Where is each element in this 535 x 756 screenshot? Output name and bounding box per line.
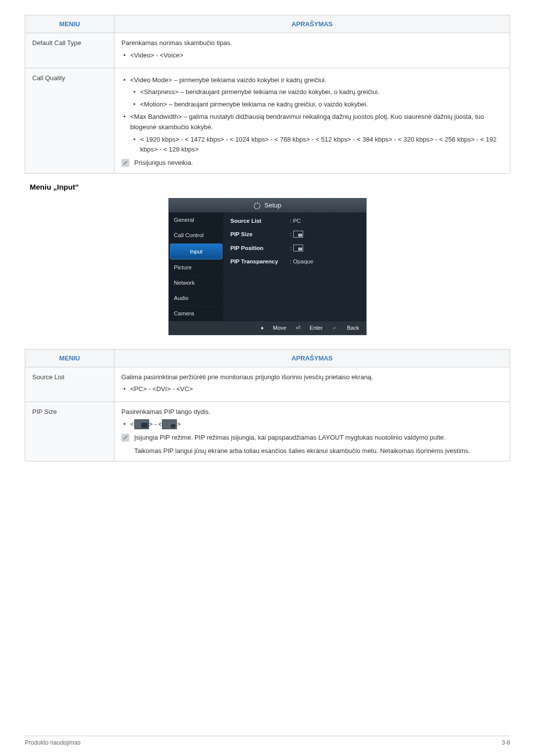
sidebar-item-audio[interactable]: Audio: [169, 291, 223, 306]
setup-row-label: PIP Transparency: [230, 258, 290, 264]
pip-large-icon: [134, 419, 149, 429]
row-desc: Parenkamas norimas skambučio tipas. <Vid…: [114, 33, 510, 68]
heading-meniu-input: Meniu „Input": [30, 183, 510, 191]
setup-titlebar: Setup: [169, 199, 366, 212]
note-icon: [121, 159, 129, 167]
pip-position-icon: [293, 245, 303, 252]
sidebar-item-camera[interactable]: Camera: [169, 306, 223, 321]
note-text: Įsijungia PIP režime. PIP režimas įsijun…: [134, 433, 470, 443]
th-aprasymas: APRAŠYMAS: [114, 15, 510, 33]
setup-row-value: :: [290, 231, 303, 238]
pip-size-icon: [293, 231, 303, 238]
footer-back: ← Back: [332, 325, 359, 331]
row-desc: <Video Mode> – pirmenybė teikiama vaizdo…: [114, 68, 510, 173]
setup-row-value: :: [290, 245, 303, 252]
row-label: Default Call Type: [25, 33, 114, 68]
table-row: Default Call Type Parenkamas norimas ska…: [25, 33, 510, 68]
setup-menu: Setup General Call Control Input Picture…: [168, 198, 367, 335]
row-label: Source List: [25, 367, 114, 402]
th-meniu: MENIU: [25, 349, 114, 367]
setup-row-pip-size[interactable]: PIP Size :: [223, 227, 366, 241]
setup-footer: ♦ Move ⏎ Enter ← Back: [169, 321, 366, 335]
table-meniu-2: MENIU APRAŠYMAS Source List Galima pasir…: [25, 349, 510, 462]
pip-small-icon: [162, 419, 177, 429]
note-row: Įsijungia PIP režime. PIP režimas įsijun…: [121, 433, 503, 456]
table-row: Source List Galima pasirinktinai peržiūr…: [25, 367, 510, 402]
bullet-item: <> - <>: [121, 419, 503, 430]
note-row: Prisijungus neveikia.: [121, 158, 503, 168]
setup-row-value: : PC: [290, 218, 301, 224]
setup-row-value: : Opaque: [290, 258, 313, 264]
note-text: Taikomas PIP langui jūsų ekrane arba tol…: [134, 446, 470, 456]
sidebar-item-input[interactable]: Input: [170, 244, 222, 259]
setup-main: Source List : PC PIP Size : PIP Position…: [223, 212, 366, 321]
row-desc: Pasirenkamas PIP lango dydis. <> - <> Įs…: [114, 402, 510, 461]
sub-bullet: <Motion> – bendraujant pirmenybė teikiam…: [130, 100, 503, 110]
row-label: PIP Size: [25, 402, 114, 461]
note-icon: [121, 434, 129, 442]
desc-intro: Galima pasirinktinai peržiūrėti prie mon…: [121, 373, 373, 381]
gear-icon: [254, 202, 261, 209]
bullet-item: <Max Bandwidth> – galima nustatyti didži…: [121, 112, 503, 155]
row-label: Call Quality: [25, 68, 114, 173]
th-meniu: MENIU: [25, 15, 114, 33]
sidebar-item-network[interactable]: Network: [169, 275, 223, 291]
footer-move: ♦ Move: [261, 325, 286, 331]
bullet-item: <PC> - <DVI> - <VC>: [121, 384, 503, 395]
sidebar-item-picture[interactable]: Picture: [169, 260, 223, 275]
table-row: Call Quality <Video Mode> – pirmenybė te…: [25, 68, 510, 173]
th-aprasymas: APRAŠYMAS: [114, 349, 510, 367]
setup-row-label: PIP Position: [230, 245, 290, 251]
setup-row-label: Source List: [230, 218, 290, 224]
bullet-item: <Video Mode> – pirmenybė teikiama vaizdo…: [121, 75, 503, 110]
desc-intro: Parenkamas norimas skambučio tipas.: [121, 39, 232, 47]
note-text: Prisijungus neveikia.: [134, 158, 193, 168]
setup-row-label: PIP Size: [230, 231, 290, 237]
footer-enter: ⏎ Enter: [296, 325, 322, 331]
sidebar-item-call-control[interactable]: Call Control: [169, 228, 223, 243]
bullet-item: <Video> - <Voice>: [121, 50, 503, 61]
desc-intro: Pasirenkamas PIP lango dydis.: [121, 408, 211, 415]
row-desc: Galima pasirinktinai peržiūrėti prie mon…: [114, 367, 510, 402]
sub-bullet: < 1920 kbps> - < 1472 kbps> - < 1024 kbp…: [130, 135, 503, 155]
table-row: PIP Size Pasirenkamas PIP lango dydis. <…: [25, 402, 510, 461]
setup-row-source-list[interactable]: Source List : PC: [223, 214, 366, 227]
setup-sidebar: General Call Control Input Picture Netwo…: [169, 212, 223, 321]
sub-bullet: <Sharpness> – bendraujant pirmenybė teik…: [130, 87, 503, 98]
setup-row-pip-transparency[interactable]: PIP Transparency : Opaque: [223, 255, 366, 268]
sidebar-item-general[interactable]: General: [169, 212, 223, 228]
setup-row-pip-position[interactable]: PIP Position :: [223, 241, 366, 255]
table-meniu-1: MENIU APRAŠYMAS Default Call Type Parenk…: [25, 15, 510, 174]
setup-title: Setup: [265, 202, 281, 209]
